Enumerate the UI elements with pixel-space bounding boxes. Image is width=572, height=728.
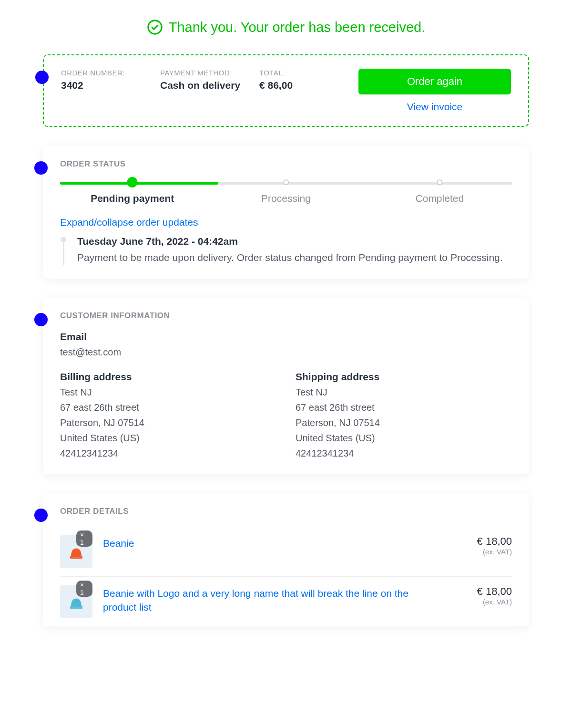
- order-status-title: ORDER STATUS: [60, 159, 512, 169]
- stepper-node-icon: [127, 177, 138, 187]
- product-thumbnail: × 1: [60, 535, 92, 568]
- stepper-step: Processing: [261, 179, 311, 204]
- annotation-dot: [34, 313, 48, 326]
- product-price: € 18,00(ex. VAT): [455, 585, 512, 606]
- email-label: Email: [60, 331, 512, 343]
- price-amount: € 18,00: [455, 585, 512, 598]
- address-line: 67 east 26th street: [60, 400, 276, 415]
- toggle-updates-link[interactable]: Expand/collapse order updates: [60, 217, 198, 228]
- address-line: Paterson, NJ 07514: [60, 415, 276, 430]
- billing-address-label: Billing address: [60, 371, 276, 383]
- address-line: United States (US): [60, 430, 276, 446]
- stepper-node-icon: [283, 179, 289, 185]
- address-line: United States (US): [296, 430, 512, 446]
- update-timestamp: Tuesday June 7th, 2022 - 04:42am: [77, 236, 512, 247]
- stepper-step-label: Processing: [261, 193, 311, 204]
- summary-value: Cash on delivery: [160, 80, 259, 91]
- stepper-step-label: Pending payment: [91, 193, 174, 204]
- address-line: Paterson, NJ 07514: [296, 415, 512, 430]
- address-line: Test NJ: [296, 385, 512, 400]
- thank-you-text: Thank you. Your order has been received.: [169, 20, 425, 35]
- annotation-dot: [34, 509, 48, 522]
- address-line: Test NJ: [60, 385, 276, 400]
- status-stepper: Pending paymentProcessingCompleted: [60, 179, 512, 203]
- check-circle-icon: [147, 19, 163, 35]
- address-line: 42412341234: [60, 446, 276, 461]
- summary-label: ORDER NUMBER:: [61, 69, 160, 77]
- address-line: 67 east 26th street: [296, 400, 512, 415]
- order-details-card: ORDER DETAILS × 1Beanie€ 18,00(ex. VAT)×…: [43, 493, 529, 626]
- order-status-card: ORDER STATUS Pending paymentProcessingCo…: [43, 146, 529, 279]
- summary-value: € 86,00: [259, 80, 358, 91]
- annotation-dot: [34, 161, 48, 175]
- shipping-address-label: Shipping address: [296, 371, 512, 383]
- product-name-link[interactable]: Beanie: [103, 535, 444, 550]
- order-item-row: × 1Beanie€ 18,00(ex. VAT): [60, 527, 512, 576]
- view-invoice-link[interactable]: View invoice: [358, 101, 511, 113]
- svg-rect-2: [70, 605, 82, 609]
- quantity-badge: × 1: [76, 581, 92, 597]
- summary-item: PAYMENT METHOD:Cash on delivery: [160, 69, 259, 91]
- product-thumbnail: × 1: [60, 585, 92, 618]
- product-name-link[interactable]: Beanie with Logo and a very long name th…: [103, 585, 444, 614]
- summary-value: 3402: [61, 80, 160, 91]
- price-note: (ex. VAT): [455, 548, 512, 556]
- svg-rect-1: [70, 555, 82, 559]
- product-price: € 18,00(ex. VAT): [455, 535, 512, 556]
- summary-label: PAYMENT METHOD:: [160, 69, 259, 77]
- price-amount: € 18,00: [455, 535, 512, 548]
- stepper-step: Completed: [416, 179, 464, 204]
- summary-item: ORDER NUMBER:3402: [61, 69, 160, 91]
- customer-info-title: CUSTOMER INFORMATION: [60, 311, 512, 321]
- summary-item: TOTAL:€ 86,00: [259, 69, 358, 91]
- email-value: test@test.com: [60, 344, 512, 360]
- customer-info-card: CUSTOMER INFORMATION Email test@test.com…: [43, 298, 529, 474]
- update-body: Payment to be made upon delivery. Order …: [77, 250, 512, 265]
- timeline-dot-icon: [61, 237, 66, 242]
- order-summary-card: ORDER NUMBER:3402PAYMENT METHOD:Cash on …: [43, 54, 529, 127]
- stepper-step-label: Completed: [416, 193, 464, 204]
- summary-label: TOTAL:: [259, 69, 358, 77]
- order-again-button[interactable]: Order again: [358, 69, 511, 94]
- address-line: 42412341234: [296, 446, 512, 461]
- order-update-entry: Tuesday June 7th, 2022 - 04:42am Payment…: [60, 236, 512, 265]
- annotation-dot: [35, 71, 49, 84]
- order-item-row: × 1Beanie with Logo and a very long name…: [60, 576, 512, 626]
- shipping-address: Test NJ67 east 26th streetPaterson, NJ 0…: [296, 385, 512, 461]
- quantity-badge: × 1: [76, 530, 92, 547]
- price-note: (ex. VAT): [455, 598, 512, 606]
- thank-you-banner: Thank you. Your order has been received.: [43, 19, 529, 35]
- order-details-title: ORDER DETAILS: [60, 507, 512, 516]
- stepper-step: Pending payment: [91, 179, 174, 204]
- stepper-node-icon: [437, 179, 442, 185]
- billing-address: Test NJ67 east 26th streetPaterson, NJ 0…: [60, 385, 276, 461]
